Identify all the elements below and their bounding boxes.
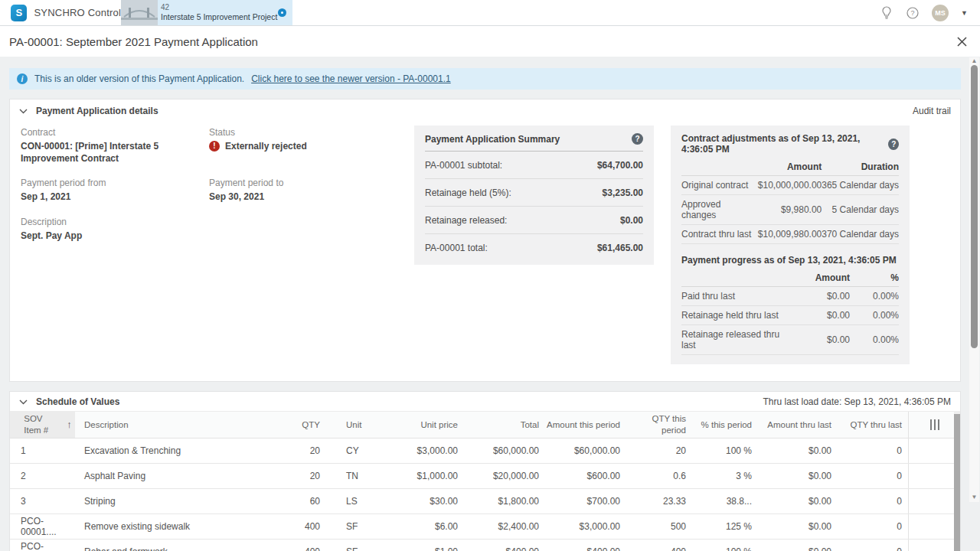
page-scrollbar[interactable]: ▲ ▼	[969, 57, 979, 502]
user-avatar[interactable]: MS	[932, 5, 949, 21]
rejected-status-icon: !	[209, 141, 220, 152]
column-header-unit[interactable]: Unit	[326, 412, 384, 438]
summary-row: Retainage held (5%): $3,235.00	[425, 179, 643, 207]
adjustments-title: Contract adjustments as of Sep 13, 2021,…	[681, 133, 888, 155]
table-row: Contract thru last $10,009,980.00 370 Ca…	[681, 225, 899, 244]
status-field: Status ! Externally rejected	[209, 127, 397, 165]
contract-adjustments-table: Amount Duration Original contract $10,00…	[681, 158, 899, 244]
scroll-up-icon[interactable]: ▲	[969, 57, 979, 64]
details-section-title: Payment Application details	[36, 106, 158, 116]
payment-progress-table: Amount % Paid thru last $0.00 0.00% Reta…	[681, 269, 899, 355]
audit-trail-link[interactable]: Audit trail	[913, 106, 951, 116]
info-icon: i	[17, 73, 28, 84]
period-to-field: Payment period to Sep 30, 2021	[209, 178, 397, 203]
table-row[interactable]: 1 Excavation & Trenching 20 CY $3,000.00…	[10, 439, 960, 464]
progress-title: Payment progress as of Sep 13, 2021, 4:3…	[681, 255, 897, 266]
synchro-logo-icon: S	[11, 5, 27, 21]
schedule-of-values-card: Schedule of Values Thru last load date: …	[9, 391, 961, 551]
payment-application-summary-panel: Payment Application Summary ? PA-00001 s…	[414, 126, 654, 265]
payment-application-details-card: Payment Application details Audit trail …	[9, 99, 961, 382]
table-row: Approved changes $9,980.00 5 Calendar da…	[681, 195, 899, 225]
app-name: SYNCHRO Control	[34, 7, 121, 18]
table-row[interactable]: 2 Asphalt Paving 20 TN $1,000.00 $20,000…	[10, 464, 960, 489]
table-row: Original contract $10,000,000.00 365 Cal…	[681, 176, 899, 195]
column-header-qty-this-period[interactable]: QTY this period	[626, 412, 692, 438]
idea-lightbulb-icon[interactable]	[880, 6, 893, 20]
newer-version-link[interactable]: Click here to see the newer version - PA…	[251, 73, 451, 84]
project-name: Interstate 5 Improvement Project	[161, 12, 273, 22]
column-header-qty[interactable]: QTY	[255, 412, 326, 438]
table-row[interactable]: PCO-00001.... Rebar and formwork 400 SF …	[10, 540, 960, 551]
table-scrollbar[interactable]	[954, 411, 960, 551]
scroll-down-icon[interactable]: ▼	[969, 494, 979, 500]
svg-text:?: ?	[911, 9, 915, 17]
sov-section-title: Schedule of Values	[36, 396, 119, 407]
page-scrollbar-thumb[interactable]	[971, 65, 978, 348]
summary-row: PA-00001 total: $61,465.00	[425, 234, 643, 262]
contract-adjustments-panel: Contract adjustments as of Sep 13, 2021,…	[671, 126, 910, 364]
table-row: Paid thru last $0.00 0.00%	[681, 287, 899, 306]
column-header-description[interactable]: Description	[75, 412, 255, 438]
status-badge: Externally rejected	[225, 140, 307, 152]
column-header-amount-this-period[interactable]: Amount this period	[545, 412, 626, 438]
period-from-field: Payment period from Sep 1, 2021	[21, 178, 209, 203]
modal-header: PA-00001: September 2021 Payment Applica…	[0, 26, 980, 57]
summary-row: PA-00001 subtotal: $64,700.00	[425, 152, 643, 179]
column-chooser-icon[interactable]	[930, 419, 939, 430]
summary-title: Payment Application Summary	[425, 134, 560, 145]
project-status-icon	[278, 8, 286, 17]
collapse-chevron-icon[interactable]	[19, 109, 28, 114]
column-header-sov-item[interactable]: SOV Item # ↑	[10, 412, 75, 438]
table-row: Retainage held thru last $0.00 0.00%	[681, 306, 899, 325]
app-brand[interactable]: S SYNCHRO Control	[0, 0, 121, 25]
contract-field: Contract CON-00001: [Prime] Interstate 5…	[21, 127, 209, 165]
page-title: PA-00001: September 2021 Payment Applica…	[9, 35, 258, 48]
summary-row: Retainage released: $0.00	[425, 207, 643, 234]
banner-text: This is an older version of this Payment…	[34, 73, 244, 84]
column-header-total[interactable]: Total	[464, 412, 545, 438]
older-version-banner: i This is an older version of this Payme…	[9, 68, 961, 90]
project-thumbnail	[121, 0, 158, 25]
table-row: Retainage released thru last $0.00 0.00%	[681, 325, 899, 355]
project-tab[interactable]: 42 Interstate 5 Improvement Project	[121, 0, 292, 25]
table-row[interactable]: 3 Striping 60 LS $30.00 $1,800.00 $700.0…	[10, 489, 960, 514]
table-row[interactable]: PCO-00001.... Remove existing sidewalk 4…	[10, 514, 960, 540]
collapse-chevron-icon[interactable]	[19, 399, 28, 405]
column-header-unit-price[interactable]: Unit price	[384, 412, 464, 438]
project-number: 42	[161, 3, 273, 13]
help-circle-icon[interactable]: ?	[906, 6, 920, 20]
close-icon[interactable]	[956, 36, 968, 47]
column-header-amount-thru-last[interactable]: Amount thru last	[758, 412, 838, 438]
column-header-qty-thru-last[interactable]: QTY thru last	[838, 412, 908, 438]
sort-ascending-icon: ↑	[67, 419, 72, 432]
modal-body: i This is an older version of this Payme…	[0, 57, 980, 551]
user-menu-caret-icon[interactable]: ▼	[961, 9, 968, 17]
topbar: S SYNCHRO Control 42 Interstate 5 Improv…	[0, 0, 980, 26]
help-icon[interactable]: ?	[888, 139, 899, 150]
help-icon[interactable]: ?	[632, 133, 643, 145]
column-header-pct-this-period[interactable]: % this period	[692, 412, 758, 438]
description-field: Description Sept. Pay App	[21, 217, 209, 242]
sov-table-header: SOV Item # ↑ Description QTY Unit Unit p…	[10, 411, 960, 439]
thru-last-load-date: Thru last load date: Sep 13, 2021, 4:36:…	[763, 396, 952, 407]
table-scrollbar-thumb[interactable]	[954, 414, 960, 551]
